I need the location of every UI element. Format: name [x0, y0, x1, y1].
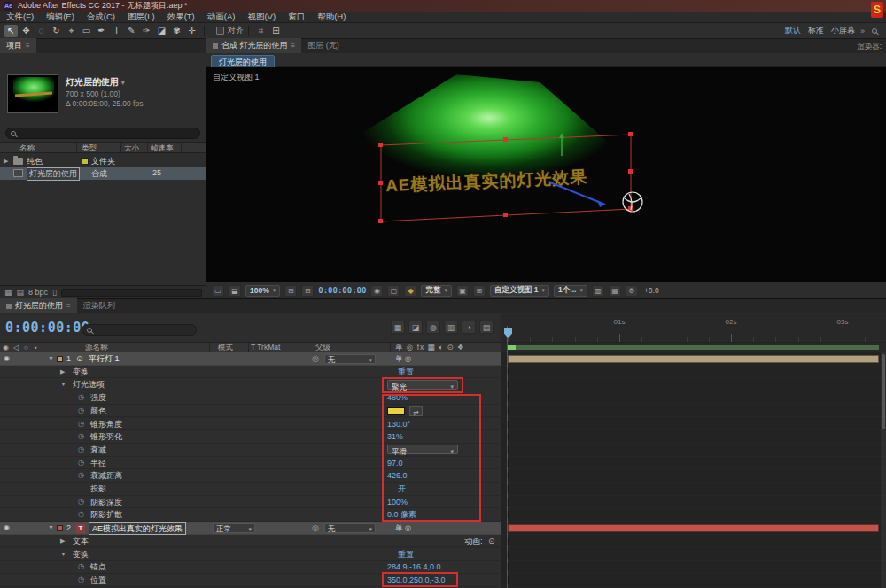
always-preview-icon[interactable]: ▭	[212, 285, 224, 297]
property-dropdown[interactable]: 平滑▾	[387, 445, 458, 454]
workspace-button[interactable]: 默认	[785, 25, 801, 36]
twirl-icon[interactable]: ▶	[4, 158, 8, 165]
menu-item[interactable]: 帮助(H)	[311, 12, 352, 23]
item-name[interactable]: 纯色	[27, 156, 43, 167]
parent-dropdown[interactable]: 无▾	[324, 354, 376, 364]
property-row[interactable]: ◷阴影深度100%	[0, 496, 501, 509]
hand-tool[interactable]: ✥	[19, 25, 33, 37]
layer-row[interactable]: ◉▼1⊙平行灯 1◎无▾单 ◎	[0, 352, 501, 366]
exposure-value[interactable]: +0.0	[644, 286, 659, 295]
twirl-icon[interactable]: ▶	[60, 366, 65, 379]
column-mode[interactable]: 模式	[218, 343, 233, 352]
layer-duration-bar[interactable]	[508, 524, 879, 532]
property-value[interactable]: 0.0 像素	[387, 508, 416, 522]
mask-visibility-icon[interactable]: ⊟	[301, 285, 314, 297]
property-value[interactable]: 97.0	[387, 457, 403, 470]
timeline-jump-icon[interactable]: ▦	[609, 285, 621, 297]
property-label[interactable]: 强度	[90, 391, 106, 405]
layer-visibility-toggle[interactable]: ◉	[4, 522, 10, 535]
magnification-dropdown[interactable]: 100%▾	[245, 285, 280, 297]
stopwatch-icon[interactable]: ◷	[78, 496, 84, 509]
clone-stamp-tool[interactable]: ✑	[140, 25, 153, 37]
transparency-grid-icon[interactable]: ⊞	[473, 285, 486, 297]
property-row[interactable]: ◷锚点284.9,-16.4,0.0	[0, 561, 501, 574]
new-folder-icon[interactable]: ▤	[17, 288, 25, 297]
tab-composition[interactable]: 合成 灯光层的使用 ≡	[206, 38, 301, 53]
workspace-button[interactable]: 标准	[808, 25, 824, 36]
menu-item[interactable]: 文件(F)	[0, 12, 40, 23]
property-value[interactable]: 100%	[387, 496, 408, 509]
playhead-marker[interactable]	[504, 328, 512, 338]
property-value[interactable]: 480%	[387, 391, 408, 405]
mask-shape-tool[interactable]: ▭	[80, 25, 93, 37]
menu-item[interactable]: 编辑(E)	[40, 12, 81, 23]
property-label[interactable]: 投影	[90, 483, 106, 496]
brush-tool[interactable]: ✎	[125, 25, 138, 37]
property-row[interactable]: ◷半径97.0	[0, 457, 501, 470]
snapshot-camera-icon[interactable]: ◉	[370, 285, 383, 297]
comp-preview-thumbnail[interactable]	[7, 74, 58, 113]
layer-row[interactable]: ◉▼2TAE模拟出真实的灯光效果正常▾◎无▾单 ◎	[0, 522, 501, 535]
property-row[interactable]: ▶变换重置	[0, 366, 501, 379]
column-source-name[interactable]: 源名称	[85, 343, 108, 352]
property-row[interactable]: ◷位置350.0,250.0,-3.0	[0, 574, 501, 587]
twirl-icon[interactable]: ▼	[60, 378, 66, 391]
project-search-input[interactable]	[5, 128, 200, 139]
tab-project[interactable]: 项目≡	[0, 38, 36, 53]
animate-button[interactable]: ⊙	[488, 535, 495, 548]
project-bit-depth[interactable]: 8 bpc	[28, 288, 48, 297]
parent-dropdown[interactable]: 无▾	[324, 523, 376, 533]
stopwatch-icon[interactable]: ◷	[78, 405, 84, 418]
column-size[interactable]: 大小	[124, 143, 139, 154]
tab-layer[interactable]: 图层 (无)	[301, 38, 346, 53]
layer-switches[interactable]: 单 ◎	[395, 352, 411, 366]
property-row[interactable]: ◷锥形角度130.0°	[0, 418, 501, 431]
column-trkmat[interactable]: T TrkMat	[251, 343, 280, 352]
stopwatch-icon[interactable]: ◷	[78, 574, 84, 587]
grid-icon[interactable]: ⊞	[269, 25, 283, 37]
property-label[interactable]: 灯光选项	[73, 378, 105, 391]
puppet-pin-tool[interactable]: ✛	[185, 25, 198, 37]
workspace-button[interactable]: 小屏幕	[831, 25, 855, 36]
menu-item[interactable]: 图层(L)	[121, 12, 161, 23]
renderer-label[interactable]: 渲染器:	[857, 42, 882, 52]
panel-menu-icon[interactable]: ≡	[66, 302, 71, 310]
composition-canvas[interactable]: 自定义视图 1 AE模拟出真实的灯光效果	[206, 67, 886, 282]
layer-duration-bar[interactable]	[508, 355, 879, 363]
workspace-search-icon[interactable]	[872, 28, 877, 34]
column-framerate[interactable]: 帧速率	[151, 143, 174, 154]
property-value[interactable]: 开	[398, 483, 406, 496]
property-row[interactable]: ▼变换重置	[0, 548, 501, 561]
label-color-chip[interactable]	[82, 158, 89, 165]
property-value[interactable]: 重置	[398, 366, 414, 379]
panel-menu-icon[interactable]: ≡	[26, 42, 30, 50]
property-label[interactable]: 衰减距离	[90, 469, 122, 483]
workspace-overflow-icon[interactable]: »	[860, 27, 865, 35]
property-label[interactable]: 位置	[90, 574, 106, 587]
motion-blur-icon[interactable]: ◔	[462, 321, 476, 334]
zoom-tool[interactable]: ◌	[35, 25, 48, 37]
property-row[interactable]: ◷衰减距离426.0	[0, 469, 501, 483]
property-label[interactable]: 阴影扩散	[90, 508, 122, 522]
property-row[interactable]: 投影开	[0, 483, 501, 496]
property-row[interactable]: ◷衰减平滑▾	[0, 444, 501, 457]
property-row[interactable]: ▼灯光选项聚光▾	[0, 378, 501, 391]
layer-switches[interactable]: 单 ◎	[395, 522, 411, 535]
project-table-header[interactable]: 名称 类型 大小 帧速率	[0, 142, 206, 153]
frame-blend-icon[interactable]: ▥	[444, 321, 458, 334]
label-color-chip[interactable]	[57, 525, 63, 531]
property-row[interactable]: ▶文本动画:⊙	[0, 535, 501, 548]
timeline-ruler[interactable]: 01s02s03s	[501, 314, 886, 342]
twirl-icon[interactable]: ▼	[48, 522, 54, 535]
property-row[interactable]: ◷阴影扩散0.0 像素	[0, 508, 501, 522]
stopwatch-icon[interactable]: ◷	[78, 391, 84, 405]
property-label[interactable]: 锚点	[90, 561, 106, 574]
property-label[interactable]: 变换	[73, 366, 89, 379]
property-value[interactable]: 284.9,-16.4,0.0	[387, 561, 441, 574]
blend-mode-dropdown[interactable]: 正常▾	[213, 523, 255, 533]
stopwatch-icon[interactable]: ◷	[78, 469, 84, 483]
stopwatch-icon[interactable]: ◷	[78, 561, 84, 574]
property-dropdown[interactable]: 聚光▾	[387, 380, 458, 390]
timeline-search-input[interactable]	[82, 324, 197, 336]
color-swatch[interactable]	[387, 407, 405, 415]
